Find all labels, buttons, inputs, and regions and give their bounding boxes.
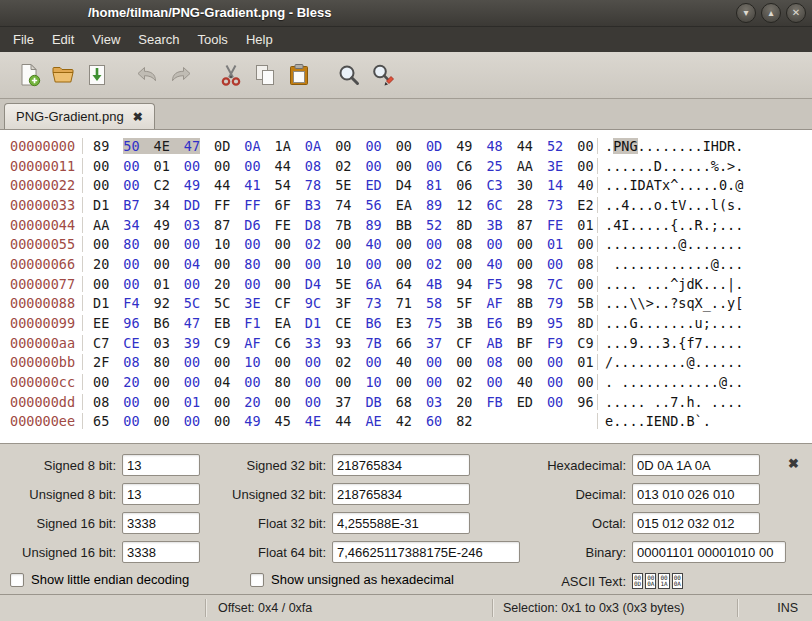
hex-bytes[interactable]: 080000010020000037DB680320FBED0096	[82, 394, 597, 410]
menu-file[interactable]: File	[4, 28, 43, 51]
hex-byte[interactable]: 49	[184, 177, 200, 193]
hex-byte[interactable]: 00	[214, 354, 230, 370]
hex-byte[interactable]: 00	[123, 256, 139, 272]
hex-byte[interactable]: 3E	[244, 295, 260, 311]
hex-byte[interactable]: 00	[214, 256, 230, 272]
hex-byte[interactable]: F1	[244, 315, 260, 331]
hex-byte[interactable]: 92	[154, 295, 170, 311]
hex-byte[interactable]: 6A	[365, 276, 381, 292]
hex-byte[interactable]: ED	[365, 177, 381, 193]
hex-bytes[interactable]: 2000000400800000100000020040000008	[82, 256, 597, 272]
hex-byte[interactable]: 00	[275, 394, 291, 410]
hex-byte[interactable]: 01	[184, 394, 200, 410]
hex-byte[interactable]: 44	[214, 177, 230, 193]
hex-byte[interactable]: 20	[456, 394, 472, 410]
hex-bytes[interactable]: AA34490387D6FED87B89BB528D3B87FE01	[82, 217, 597, 233]
hex-bytes[interactable]: 2F08800000100000020040000008000001	[82, 354, 597, 370]
hex-byte[interactable]: 00	[456, 354, 472, 370]
hex-byte[interactable]: 3E	[547, 158, 563, 174]
hex-byte[interactable]: 49	[244, 413, 260, 429]
ascii-column[interactable]: ...9...3.{f7.....	[597, 335, 743, 351]
hex-byte[interactable]: 00	[154, 374, 170, 390]
hex-byte[interactable]: 03	[154, 335, 170, 351]
find-button[interactable]	[332, 58, 366, 92]
hex-byte[interactable]: 00	[154, 413, 170, 429]
hex-byte[interactable]: AF	[244, 335, 260, 351]
hex-byte[interactable]: 02	[456, 374, 472, 390]
hex-byte[interactable]: 01	[547, 236, 563, 252]
hex-byte[interactable]: 40	[577, 177, 593, 193]
hex-byte[interactable]: FB	[486, 394, 502, 410]
hex-byte[interactable]: 00	[577, 138, 593, 154]
ascii-column[interactable]: ............@...	[597, 256, 743, 272]
hex-byte[interactable]: EE	[93, 315, 109, 331]
ascii-column[interactable]: ...\\>..?sqX_..y[	[597, 295, 743, 311]
hex-byte[interactable]: D8	[305, 217, 321, 233]
hex-byte[interactable]: 00	[123, 413, 139, 429]
hex-byte[interactable]: 44	[335, 413, 351, 429]
hex-byte[interactable]: 25	[486, 158, 502, 174]
ascii-column[interactable]: .PNG........IHDR.	[597, 138, 743, 154]
hex-byte[interactable]: B9	[517, 315, 533, 331]
float-64bit-field[interactable]	[332, 541, 520, 563]
hex-byte[interactable]: 44	[275, 158, 291, 174]
hex-byte[interactable]: 04	[184, 256, 200, 272]
copy-button[interactable]	[248, 58, 282, 92]
hex-byte[interactable]: 00	[577, 236, 593, 252]
hex-byte[interactable]: 00	[456, 256, 472, 272]
hex-byte[interactable]: C9	[214, 335, 230, 351]
hex-byte[interactable]: AB	[486, 335, 502, 351]
hex-byte[interactable]: 00	[123, 158, 139, 174]
hex-byte[interactable]: 00	[184, 276, 200, 292]
hex-byte[interactable]: 28	[517, 197, 533, 213]
hex-byte[interactable]: 00	[244, 276, 260, 292]
hex-byte[interactable]: C6	[456, 158, 472, 174]
hex-byte[interactable]: F9	[547, 335, 563, 351]
hex-byte[interactable]: DD	[184, 197, 200, 213]
hex-byte[interactable]: 01	[154, 276, 170, 292]
hex-byte[interactable]: F4	[123, 295, 139, 311]
hex-byte[interactable]: 80	[275, 374, 291, 390]
titlebar[interactable]: /home/tilman/PNG-Gradient.png - Bless ▾ …	[0, 0, 812, 27]
hex-byte[interactable]: 10	[335, 256, 351, 272]
hex-byte[interactable]: 47	[184, 138, 200, 154]
hex-byte[interactable]: 79	[547, 295, 563, 311]
hex-byte[interactable]: 00	[547, 256, 563, 272]
hex-byte[interactable]: 00	[305, 256, 321, 272]
hex-byte[interactable]: 4E	[305, 413, 321, 429]
hex-byte[interactable]: 00	[396, 236, 412, 252]
hex-byte[interactable]: 20	[93, 256, 109, 272]
hex-byte[interactable]: 00	[93, 177, 109, 193]
hex-byte[interactable]: D4	[305, 276, 321, 292]
redo-button[interactable]	[164, 58, 198, 92]
hex-byte[interactable]: FF	[214, 197, 230, 213]
menu-search[interactable]: Search	[129, 28, 188, 51]
panel-close-icon[interactable]: ✖	[788, 456, 799, 471]
hex-byte[interactable]: 68	[396, 394, 412, 410]
tab-png-gradient[interactable]: PNG-Gradient.png ✖	[4, 103, 155, 129]
hex-byte[interactable]: 40	[486, 256, 502, 272]
hex-byte[interactable]: AF	[486, 295, 502, 311]
ascii-column[interactable]: . ............@..	[597, 374, 743, 390]
hex-byte[interactable]: 50	[123, 138, 153, 154]
hex-byte[interactable]: 00	[365, 256, 381, 272]
hex-bytes[interactable]: 89504E470D0A1A0A0000000D4948445200	[82, 138, 597, 154]
hex-byte[interactable]: 02	[335, 354, 351, 370]
hex-byte[interactable]: 34	[123, 217, 139, 233]
hex-byte[interactable]: 08	[123, 354, 139, 370]
hex-byte[interactable]: 08	[456, 236, 472, 252]
hex-byte[interactable]: 4E	[154, 138, 184, 154]
hex-byte[interactable]: 89	[426, 197, 442, 213]
hex-byte[interactable]: 00	[365, 138, 381, 154]
hex-bytes[interactable]: 0020000004008000001000000200400000	[82, 374, 597, 390]
ascii-column[interactable]: ......D......%.>.	[597, 158, 743, 174]
hex-byte[interactable]: C3	[486, 177, 502, 193]
hex-byte[interactable]: D1	[93, 295, 109, 311]
binary-field[interactable]	[632, 541, 786, 563]
hex-byte[interactable]: 00	[93, 276, 109, 292]
hex-byte[interactable]: 52	[547, 138, 563, 154]
hex-byte[interactable]: 08	[93, 394, 109, 410]
hex-byte[interactable]: 00	[517, 236, 533, 252]
hex-byte[interactable]: C6	[275, 335, 291, 351]
maximize-button[interactable]: ▴	[761, 3, 781, 23]
